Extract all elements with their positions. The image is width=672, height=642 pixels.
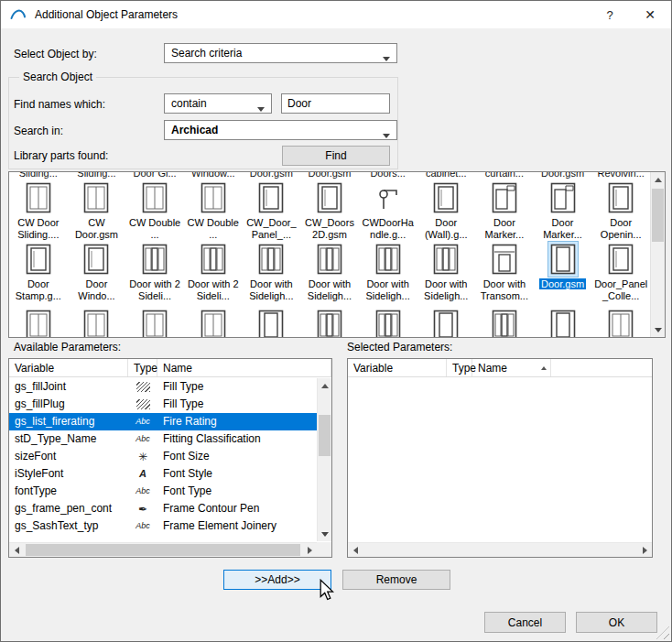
column-header-variable[interactable]: Variable <box>9 359 128 376</box>
library-item[interactable]: Door with 2 Sideli... <box>125 242 184 303</box>
library-item[interactable]: Door with Sideligh... <box>417 242 475 303</box>
resize-grip[interactable] <box>656 626 669 639</box>
library-item-icon-area <box>300 180 359 217</box>
column-header-filler <box>551 359 652 376</box>
column-header-variable[interactable]: Variable <box>348 359 447 376</box>
scroll-left-button[interactable] <box>348 543 363 558</box>
scroll-right-button[interactable] <box>302 543 317 558</box>
remove-button[interactable]: Remove <box>342 570 450 590</box>
available-params-hscrollbar[interactable] <box>9 542 317 557</box>
search-in-dropdown[interactable]: Archicad <box>164 120 397 140</box>
library-item[interactable]: CW_Doors2D.gsm <box>300 180 359 242</box>
param-variable: stD_Type_Name <box>9 430 128 448</box>
library-item[interactable]: Door Windo... <box>68 242 126 303</box>
param-row[interactable]: gs_SashText_typAbcFrame Element Joinery <box>9 517 317 535</box>
scroll-down-button[interactable] <box>318 527 332 541</box>
selected-params-hscrollbar[interactable] <box>348 542 652 557</box>
door-icon <box>475 303 534 337</box>
scroll-right-button[interactable] <box>637 543 652 558</box>
param-row[interactable]: gs_frame_pen_cont✒Frame Contour Pen <box>9 500 317 517</box>
close-button[interactable]: ✕ <box>629 1 671 28</box>
param-variable: gs_SashText_typ <box>9 517 128 535</box>
library-item[interactable]: Door Marker... <box>475 180 534 242</box>
library-item[interactable]: Door_Panel_Colle... <box>591 242 650 303</box>
library-item[interactable]: Door.gsm <box>534 242 592 303</box>
library-item[interactable]: CW Double ... <box>125 180 184 242</box>
find-button[interactable]: Find <box>282 146 390 166</box>
library-item[interactable]: CW Door.gsm <box>68 180 126 242</box>
search-text-input[interactable] <box>281 93 390 114</box>
library-item[interactable]: Door Openin... <box>591 180 650 242</box>
ok-button[interactable]: OK <box>576 612 657 633</box>
table-header: Variable Type Name <box>348 359 652 377</box>
library-item[interactable]: Door with Sideligh... <box>300 242 359 303</box>
param-variable: gs_fillJoint <box>9 378 128 396</box>
column-header-name[interactable]: Name <box>157 359 331 376</box>
title-bar: Additional Object Parameters ? ✕ <box>1 1 671 28</box>
scroll-down-button[interactable] <box>651 322 666 337</box>
library-item-icon-area <box>243 242 301 278</box>
library-clipped-label: cabinet... <box>417 172 475 180</box>
help-button[interactable]: ? <box>591 1 629 28</box>
library-clipped-label: Door Gl... <box>125 172 184 180</box>
library-item[interactable]: CW Double ... <box>184 180 243 242</box>
door-icon <box>256 180 286 215</box>
library-item[interactable]: Door (Wall).g... <box>417 180 475 242</box>
find-names-dropdown[interactable]: contain <box>164 93 272 114</box>
param-row[interactable]: gs_fillJointFill Type <box>9 378 317 396</box>
scrollbar-thumb[interactable] <box>652 189 664 242</box>
search-object-group-title: Search Object <box>19 71 96 83</box>
library-item-label: CW_Doors2D.gsm <box>300 217 359 242</box>
library-item[interactable]: CW_Door_Panel_... <box>243 180 301 242</box>
scroll-up-button[interactable] <box>651 172 666 187</box>
fill-pattern-icon <box>136 399 150 409</box>
column-header-name[interactable]: Name <box>472 359 551 376</box>
triangle-right-icon <box>308 547 312 554</box>
available-params-body: gs_fillJointFill Typegs_fillPlugFill Typ… <box>9 378 317 541</box>
library-item[interactable]: Door Stamp.g... <box>9 242 68 303</box>
scroll-left-button[interactable] <box>9 543 24 558</box>
find-names-label: Find names which: <box>14 98 105 111</box>
library-scrollbar[interactable] <box>650 172 665 337</box>
library-item[interactable]: Door with Sideligh... <box>243 242 301 303</box>
library-item-label-text: CW_Doors2D.gsm <box>305 217 354 240</box>
library-item[interactable]: CW Door Sliding.... <box>9 180 68 242</box>
param-row[interactable]: gs_list_fireratingAbcFire Rating <box>9 413 317 430</box>
library-item[interactable]: Door with Sideligh... <box>359 242 417 303</box>
scrollbar-thumb[interactable] <box>26 544 300 556</box>
door-icon <box>125 303 184 337</box>
library-item-label-text: Door Stamp.g... <box>16 278 61 301</box>
column-header-type[interactable]: Type <box>128 359 157 376</box>
library-clipped-row: Sliding...Sliding...Door Gl...Window...D… <box>9 172 650 180</box>
library-item-label-text: CW Double ... <box>188 217 239 240</box>
triangle-up-icon <box>655 178 662 182</box>
cancel-button[interactable]: Cancel <box>484 612 566 633</box>
selected-parameters-table: Variable Type Name <box>347 358 653 558</box>
library-item-icon-area <box>591 180 650 217</box>
library-item-label-text: Door.gsm <box>539 278 586 289</box>
scroll-up-button[interactable] <box>318 378 332 393</box>
param-name: Fill Type <box>157 378 317 396</box>
library-item[interactable]: CWDoorHandle.g... <box>359 180 417 242</box>
param-name: Font Style <box>157 465 317 483</box>
param-row[interactable]: iStyleFontAFont Style <box>9 465 317 483</box>
library-item[interactable]: Door with Transom... <box>475 242 534 303</box>
column-header-type[interactable]: Type <box>447 359 472 376</box>
mouse-cursor <box>319 579 334 604</box>
door-icon <box>256 242 286 277</box>
param-row[interactable]: fontTypeAbcFont Type <box>9 483 317 500</box>
library-item[interactable]: Door with 2 Sideli... <box>184 242 243 303</box>
param-variable: fontType <box>9 483 128 500</box>
param-name: Fire Rating <box>157 413 317 430</box>
library-grid: Sliding...Sliding...Door Gl...Window...D… <box>9 172 650 337</box>
param-row[interactable]: stD_Type_NameAbcFitting Classification <box>9 430 317 448</box>
param-row[interactable]: sizeFont✳Font Size <box>9 448 317 465</box>
available-params-vscrollbar[interactable] <box>317 378 331 541</box>
library-item-icon-area <box>125 242 184 278</box>
select-object-by-dropdown[interactable]: Search criteria <box>164 43 397 63</box>
param-type: Abc <box>128 413 157 430</box>
library-item[interactable]: Door Marker... <box>534 180 592 242</box>
add-button[interactable]: >>Add>> <box>223 570 331 590</box>
param-row[interactable]: gs_fillPlugFill Type <box>9 396 317 413</box>
scrollbar-thumb[interactable] <box>319 415 331 456</box>
